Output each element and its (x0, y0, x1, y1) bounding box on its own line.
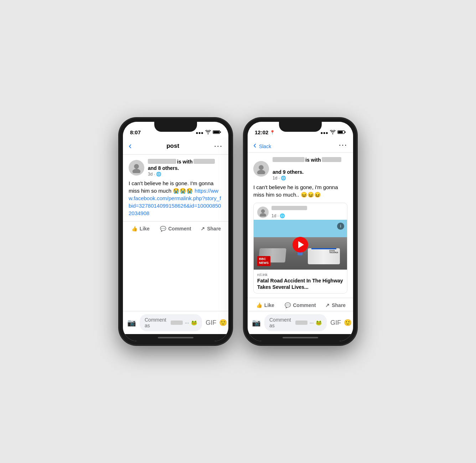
comment-user-1 (171, 321, 183, 325)
comment-bar-1: 📷 Comment as ··· 🐸 GIF 🙂 (123, 311, 228, 334)
blurred-name-2 (193, 159, 215, 164)
home-bar-2 (283, 337, 318, 338)
share-label-2: Share (332, 302, 346, 308)
sticker-icon-2: 🐸 (316, 320, 322, 326)
comment-placeholder-1: Comment as (145, 317, 169, 328)
sticker-icon-1: 🐸 (191, 320, 197, 326)
svg-point-11 (260, 213, 266, 217)
comment-extras-1: GIF 🙂 (206, 319, 227, 327)
sub-post-meta-2: 1d · 🌐 (271, 206, 307, 218)
post-meta-2: is with and 9 others. 1d · 🌐 (273, 157, 347, 181)
sub-post-avatar-2 (257, 207, 269, 218)
status-time-1: 8:07 (130, 129, 141, 135)
dots-icon-2: ··· (310, 320, 314, 326)
phone-2-screen: 12:02 📍 ●●● (248, 122, 353, 341)
comment-icon-1: 💬 (160, 226, 166, 232)
gif-label-1[interactable]: GIF (206, 319, 216, 327)
share-label-1: Share (207, 226, 221, 232)
phone-1: 8:07 ●●● (119, 118, 233, 345)
dots-icon-1: ··· (185, 320, 189, 326)
link-title-2: Fatal Road Accident In The Highway Takes… (257, 277, 343, 290)
phone-1-screen: 8:07 ●●● (123, 122, 228, 341)
others-text-1: and 8 others. (148, 165, 179, 171)
svg-rect-6 (345, 131, 346, 132)
slack-label-2: Slack (259, 144, 271, 149)
blurred-name-4 (322, 157, 341, 162)
svg-point-9 (257, 170, 265, 174)
comment-icon-2: 💬 (285, 302, 291, 308)
gif-label-2[interactable]: GIF (330, 319, 341, 327)
police-car: STATETROOPER (308, 248, 340, 264)
post-header-1: is with and 8 others. 3d · 🌐 (123, 155, 228, 180)
emoji-icon-2[interactable]: 🙂 (344, 319, 352, 327)
nav-bar-2: ‹ Slack ··· (248, 137, 353, 153)
phone-2: 12:02 📍 ●●● (243, 118, 357, 345)
like-button-1[interactable]: 👍 Like (123, 223, 158, 234)
comment-input-2[interactable]: Comment as ··· 🐸 (264, 314, 327, 331)
comment-bar-2: 📷 Comment as ··· 🐸 GIF 🙂 (248, 311, 353, 334)
share-button-2[interactable]: ↗ Share (318, 300, 353, 311)
location-icon-2: 📍 (270, 130, 275, 135)
others-text-2: and 9 others. (273, 163, 304, 175)
bbc-badge-2: BBC NEWS (257, 256, 270, 266)
nav-dots-1[interactable]: ··· (214, 141, 223, 151)
comment-user-2 (295, 321, 307, 325)
content-scroll-1[interactable]: is with and 8 others. 3d · 🌐 I can't bel… (123, 155, 228, 311)
back-button-1[interactable]: ‹ (129, 140, 132, 151)
camera-icon-2[interactable]: 📷 (252, 318, 261, 327)
battery-icon-2 (337, 130, 346, 135)
post-avatar-2 (253, 161, 269, 177)
link-meta-2: rcl.ink Fatal Road Accident In The Highw… (254, 270, 347, 293)
name-text-2: is with (305, 157, 321, 163)
play-triangle-2 (298, 241, 304, 248)
status-time-2: 12:02 (255, 129, 268, 135)
comment-label-1: Comment (168, 226, 191, 232)
nav-title-1: post (166, 142, 179, 150)
share-button-1[interactable]: ↗ Share (193, 223, 228, 234)
slack-back-2: ‹ Slack (253, 140, 271, 150)
post-avatar-1 (129, 160, 144, 176)
wifi-icon-2 (330, 130, 336, 135)
bbc-line1: BBC (259, 257, 269, 261)
link-domain-2: rcl.ink (257, 272, 343, 277)
phones-container: 8:07 ●●● (119, 118, 357, 345)
comment-input-1[interactable]: Comment as ··· 🐸 (140, 314, 202, 331)
video-thumb-2[interactable]: STATETROOPER BBC NEWS (254, 220, 347, 270)
trooper-text: STATETROOPER (329, 250, 338, 254)
share-icon-2: ↗ (325, 302, 330, 308)
svg-point-8 (259, 165, 264, 170)
emoji-icon-1[interactable]: 🙂 (219, 319, 227, 327)
svg-rect-2 (213, 131, 219, 133)
wifi-icon-1 (205, 130, 211, 135)
signal-icon-2: ●●● (320, 130, 328, 135)
signal-icon-1: ●●● (196, 130, 203, 135)
content-scroll-2[interactable]: is with and 9 others. 1d · 🌐 I can't bel… (248, 153, 353, 311)
nav-dots-2[interactable]: ··· (339, 140, 347, 150)
nav-bar-1: ‹ post ··· (123, 137, 228, 155)
info-icon-2[interactable]: i (337, 223, 344, 230)
post-body-1: I can't believe he is gone. I'm gonna mi… (123, 180, 228, 221)
post-text-2: I can't believe he is gone, i'm gonna mi… (253, 184, 338, 198)
post-body-2: I can't believe he is gone, i'm gonna mi… (248, 183, 353, 203)
like-icon-2: 👍 (256, 302, 262, 308)
post-time-2: 1d · 🌐 (273, 176, 347, 181)
like-button-2[interactable]: 👍 Like (248, 300, 283, 311)
action-bar-1: 👍 Like 💬 Comment ↗ Share (123, 221, 228, 236)
notch-1 (154, 122, 197, 132)
name-text-1: is with (177, 159, 193, 165)
post-meta-1: is with and 8 others. 3d · 🌐 (148, 159, 223, 177)
battery-icon-1 (213, 130, 221, 135)
post-header-2: is with and 9 others. 1d · 🌐 (248, 153, 353, 183)
camera-icon-1[interactable]: 📷 (127, 318, 136, 327)
sub-blurred-name-2 (271, 206, 307, 210)
play-button-2[interactable] (293, 237, 308, 253)
home-indicator-1 (123, 334, 228, 341)
notch-2 (279, 122, 322, 132)
home-bar-1 (158, 337, 193, 338)
status-icons-2: ●●● (320, 130, 346, 135)
comment-button-1[interactable]: 💬 Comment (158, 223, 193, 234)
svg-point-4 (133, 169, 141, 173)
back-button-2[interactable]: ‹ Slack (253, 140, 271, 150)
comment-button-2[interactable]: 💬 Comment (283, 300, 318, 311)
sub-post-2: 1d · 🌐 STATETROOPER (253, 203, 347, 293)
